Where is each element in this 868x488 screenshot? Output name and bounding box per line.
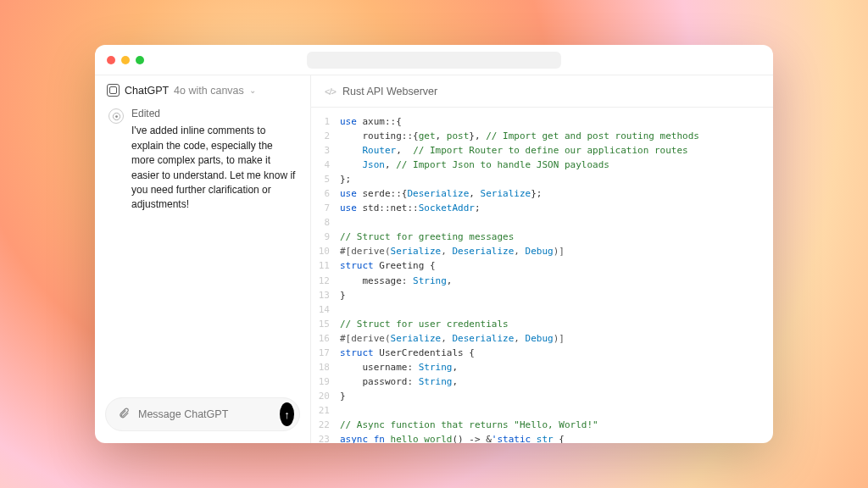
line-number: 14 [311, 302, 340, 317]
code-content[interactable]: use axum::{ [340, 114, 773, 129]
code-line[interactable]: 11struct Greeting { [311, 258, 773, 273]
code-content[interactable]: username: String, [340, 360, 773, 374]
code-content[interactable]: } [340, 389, 773, 403]
code-line[interactable]: 8 [311, 215, 773, 230]
model-variant: 4o with canvas [174, 85, 244, 97]
app-window: ChatGPT 4o with canvas ⌄ Edited I've add… [95, 45, 773, 443]
assistant-avatar-icon [108, 108, 124, 124]
code-content[interactable]: // Struct for user credentials [340, 317, 773, 331]
code-content[interactable]: use std::net::SocketAddr; [340, 201, 773, 215]
line-number: 16 [311, 331, 340, 346]
code-line[interactable]: 15// Struct for user credentials [311, 317, 773, 331]
window-controls [107, 56, 144, 64]
code-line[interactable]: 6use serde::{Deserialize, Serialize}; [311, 186, 773, 201]
code-line[interactable]: 23async fn hello_world() -> &'static str… [311, 432, 773, 443]
code-line[interactable]: 18 username: String, [311, 360, 773, 374]
line-number: 8 [311, 215, 340, 230]
code-line[interactable]: 4 Json, // Import Json to handle JSON pa… [311, 158, 773, 172]
svg-point-1 [115, 115, 118, 118]
line-number: 19 [311, 374, 340, 389]
code-content[interactable]: password: String, [340, 374, 773, 389]
line-number: 15 [311, 317, 340, 331]
assistant-turn: Edited I've added inline comments to exp… [108, 107, 297, 213]
canvas-panel: </> Rust API Webserver 1use axum::{2 rou… [311, 75, 773, 443]
line-number: 2 [311, 129, 340, 143]
code-content[interactable]: message: String, [340, 274, 773, 288]
assistant-text: Edited I've added inline comments to exp… [131, 107, 297, 213]
composer[interactable]: ↑ [105, 397, 300, 431]
code-content[interactable] [340, 403, 773, 418]
sidebar-toggle-icon[interactable] [107, 84, 120, 97]
code-content[interactable]: Router, // Import Router to define our a… [340, 143, 773, 158]
code-content[interactable] [340, 302, 773, 317]
address-bar[interactable] [307, 52, 561, 69]
code-line[interactable]: 1use axum::{ [311, 114, 773, 129]
code-line[interactable]: 21 [311, 403, 773, 418]
titlebar [95, 45, 773, 75]
line-number: 17 [311, 346, 340, 360]
code-content[interactable]: Json, // Import Json to handle JSON payl… [340, 158, 773, 172]
code-line[interactable]: 22// Async function that returns "Hello,… [311, 418, 773, 432]
code-content[interactable]: // Struct for greeting messages [340, 230, 773, 244]
code-content[interactable]: struct UserCredentials { [340, 346, 773, 360]
code-line[interactable]: 16#[derive(Serialize, Deserialize, Debug… [311, 331, 773, 346]
code-content[interactable]: routing::{get, post}, // Import get and … [340, 129, 773, 143]
code-content[interactable]: struct Greeting { [340, 258, 773, 273]
main-split: ChatGPT 4o with canvas ⌄ Edited I've add… [95, 75, 773, 443]
code-icon: </> [325, 86, 336, 97]
line-number: 21 [311, 403, 340, 418]
code-line[interactable]: 5}; [311, 172, 773, 186]
close-icon[interactable] [107, 56, 115, 64]
code-line[interactable]: 19 password: String, [311, 374, 773, 389]
minimize-icon[interactable] [121, 56, 130, 64]
send-button[interactable]: ↑ [280, 402, 294, 426]
line-number: 23 [311, 432, 340, 443]
code-content[interactable]: #[derive(Serialize, Deserialize, Debug)] [340, 331, 773, 346]
code-content[interactable]: #[derive(Serialize, Deserialize, Debug)] [340, 244, 773, 258]
chevron-down-icon: ⌄ [249, 86, 256, 95]
line-number: 5 [311, 172, 340, 186]
maximize-icon[interactable] [136, 56, 144, 64]
line-number: 12 [311, 274, 340, 288]
line-number: 22 [311, 418, 340, 432]
message-input[interactable] [138, 408, 271, 420]
edited-label: Edited [131, 107, 297, 121]
code-content[interactable]: }; [340, 172, 773, 186]
code-line[interactable]: 17struct UserCredentials { [311, 346, 773, 360]
code-content[interactable]: use serde::{Deserialize, Serialize}; [340, 186, 773, 201]
chat-panel: ChatGPT 4o with canvas ⌄ Edited I've add… [95, 75, 311, 443]
assistant-message: I've added inline comments to explain th… [131, 124, 297, 212]
code-line[interactable]: 14 [311, 302, 773, 317]
code-content[interactable]: // Async function that returns "Hello, W… [340, 418, 773, 432]
code-content[interactable] [340, 215, 773, 230]
line-number: 13 [311, 288, 340, 302]
code-line[interactable]: 12 message: String, [311, 274, 773, 288]
code-line[interactable]: 3 Router, // Import Router to define our… [311, 143, 773, 158]
line-number: 6 [311, 186, 340, 201]
line-number: 20 [311, 389, 340, 403]
code-editor[interactable]: 1use axum::{2 routing::{get, post}, // I… [311, 108, 773, 443]
line-number: 1 [311, 114, 340, 129]
code-line[interactable]: 7use std::net::SocketAddr; [311, 201, 773, 215]
line-number: 4 [311, 158, 340, 172]
code-line[interactable]: 10#[derive(Serialize, Deserialize, Debug… [311, 244, 773, 258]
model-name: ChatGPT [125, 85, 169, 97]
code-line[interactable]: 2 routing::{get, post}, // Import get an… [311, 129, 773, 143]
code-content[interactable]: } [340, 288, 773, 302]
code-content[interactable]: async fn hello_world() -> &'static str { [340, 432, 773, 443]
line-number: 11 [311, 258, 340, 273]
chat-body: Edited I've added inline comments to exp… [95, 103, 310, 389]
code-line[interactable]: 20} [311, 389, 773, 403]
code-line[interactable]: 13} [311, 288, 773, 302]
line-number: 18 [311, 360, 340, 374]
attach-icon[interactable] [118, 408, 130, 422]
model-selector[interactable]: ChatGPT 4o with canvas ⌄ [95, 75, 310, 103]
line-number: 7 [311, 201, 340, 215]
line-number: 10 [311, 244, 340, 258]
code-line[interactable]: 9// Struct for greeting messages [311, 230, 773, 244]
canvas-title: Rust API Webserver [342, 86, 437, 97]
canvas-header: </> Rust API Webserver [311, 75, 773, 108]
line-number: 9 [311, 230, 340, 244]
line-number: 3 [311, 143, 340, 158]
